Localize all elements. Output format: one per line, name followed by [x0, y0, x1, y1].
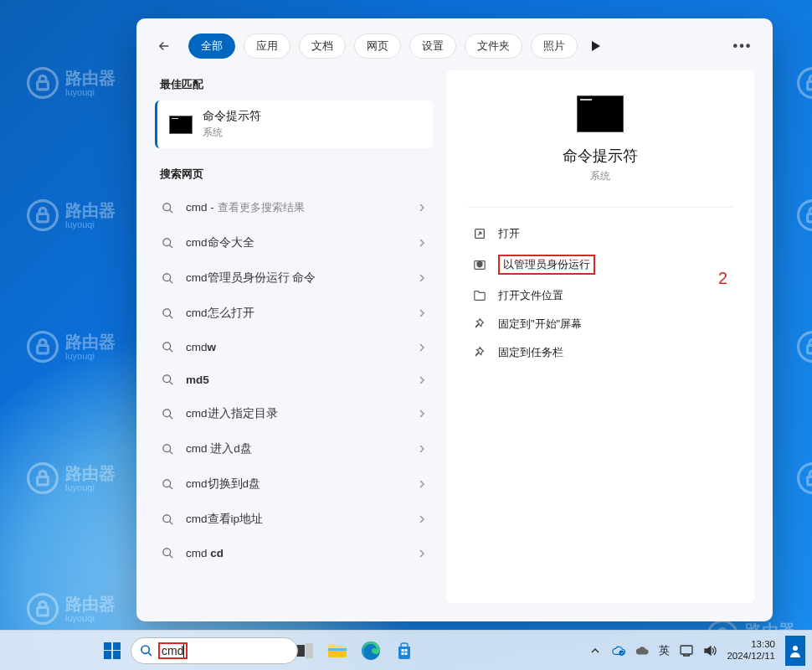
search-icon [140, 644, 153, 657]
svg-point-24 [163, 343, 171, 350]
annotation-2: 2 [718, 269, 727, 288]
section-best-match-label: 最佳匹配 [160, 77, 433, 92]
web-result-item[interactable]: cmd 进入d盘 [155, 431, 433, 466]
web-result-item[interactable]: cmd怎么打开 [155, 296, 433, 331]
taskbar-search-box[interactable]: cmd [131, 637, 298, 664]
notifications-button[interactable] [785, 636, 805, 666]
svg-point-22 [163, 273, 171, 281]
svg-point-33 [141, 646, 149, 653]
tray-overflow-button[interactable] [588, 644, 602, 657]
system-tray: 英 13:30 2024/12/11 [588, 636, 805, 666]
svg-rect-3 [38, 214, 49, 221]
clock[interactable]: 13:30 2024/12/11 [727, 639, 775, 661]
best-match-result[interactable]: 命令提示符 系统 [155, 100, 433, 148]
cloud-icon [635, 645, 649, 657]
more-filters-button[interactable] [586, 36, 606, 56]
search-icon [162, 513, 174, 526]
svg-point-20 [163, 203, 171, 210]
file-explorer-button[interactable] [322, 636, 352, 666]
back-button[interactable] [155, 37, 173, 55]
web-result-text: cmd查看ip地址 [186, 512, 263, 527]
chevron-right-icon [418, 549, 426, 559]
panel-header: 全部 应用 文档 网页 设置 文件夹 照片 ••• [136, 18, 773, 70]
svg-rect-40 [402, 652, 404, 655]
volume-icon[interactable] [703, 644, 717, 657]
svg-point-28 [163, 479, 171, 487]
svg-rect-43 [681, 646, 692, 654]
filter-tabs: 全部 应用 文档 网页 设置 文件夹 照片 [188, 34, 606, 59]
edge-button[interactable] [356, 636, 386, 666]
weather-icon[interactable] [635, 644, 649, 657]
chevron-right-icon [418, 479, 426, 489]
chevron-right-icon [418, 308, 426, 318]
start-button[interactable] [97, 636, 127, 666]
preview-pane: 命令提示符 系统 打开以管理员身份运行打开文件位置固定到"开始"屏幕固定到任务栏 [446, 70, 754, 603]
watermark: 路由器luyouqi [27, 199, 116, 231]
svg-rect-7 [38, 477, 49, 485]
action-label: 固定到"开始"屏幕 [498, 317, 582, 332]
divider [468, 207, 732, 208]
web-result-item[interactable]: cmd进入指定目录 [155, 396, 433, 431]
svg-rect-15 [808, 345, 812, 353]
ime-indicator[interactable]: 英 [659, 643, 670, 658]
search-icon [162, 202, 174, 214]
chevron-right-icon [418, 343, 426, 353]
filter-tab-settings[interactable]: 设置 [409, 34, 456, 59]
filter-tab-web[interactable]: 网页 [354, 34, 401, 59]
web-result-item[interactable]: cmd cd [155, 537, 433, 570]
watermark [797, 199, 812, 231]
shield-icon [473, 258, 486, 271]
search-icon [162, 307, 174, 320]
svg-rect-17 [808, 477, 812, 485]
cloud-sync-icon [612, 645, 625, 657]
action-label: 以管理员身份运行 [498, 255, 595, 275]
network-icon[interactable] [680, 644, 693, 657]
web-result-item[interactable]: cmd查看ip地址 [155, 502, 433, 537]
filter-tab-docs[interactable]: 文档 [299, 34, 346, 59]
watermark [797, 67, 812, 99]
action-folder[interactable]: 打开文件位置 [468, 281, 732, 310]
web-result-text: cmd 进入d盘 [186, 441, 252, 456]
svg-rect-11 [808, 81, 812, 90]
preview-title: 命令提示符 [468, 146, 732, 166]
web-result-text: cmd - 查看更多搜索结果 [186, 200, 305, 215]
search-icon [162, 547, 174, 559]
filter-tab-apps[interactable]: 应用 [244, 34, 290, 59]
search-icon [162, 408, 174, 420]
speaker-icon [703, 645, 717, 657]
store-button[interactable] [389, 636, 419, 666]
action-label: 固定到任务栏 [498, 345, 563, 360]
date: 2024/12/11 [727, 651, 775, 662]
edge-icon [362, 642, 380, 660]
action-open[interactable]: 打开 [468, 219, 732, 248]
onedrive-icon[interactable] [612, 644, 625, 657]
svg-point-42 [619, 650, 624, 655]
chevron-right-icon [418, 273, 426, 283]
chevron-right-icon [418, 203, 426, 213]
svg-point-26 [163, 409, 171, 416]
chevron-right-icon [418, 238, 426, 248]
web-result-item[interactable]: cmd - 查看更多搜索结果 [155, 190, 433, 225]
filter-tab-all[interactable]: 全部 [188, 34, 235, 59]
open-icon [473, 227, 486, 240]
cmd-icon-large [577, 95, 624, 132]
search-icon [162, 443, 174, 456]
filter-tab-photos[interactable]: 照片 [531, 34, 578, 59]
web-result-item[interactable]: cmd切换到d盘 [155, 466, 433, 502]
web-result-item[interactable]: cmdw [155, 331, 433, 363]
watermark: 路由器luyouqi [27, 331, 116, 363]
action-pin[interactable]: 固定到任务栏 [468, 338, 732, 367]
more-button[interactable]: ••• [731, 34, 754, 58]
search-panel: 全部 应用 文档 网页 设置 文件夹 照片 ••• 最佳匹配 命令提示符 系统 [136, 18, 773, 621]
action-shield[interactable]: 以管理员身份运行 [468, 248, 732, 281]
web-result-item[interactable]: cmd管理员身份运行 命令 [155, 260, 433, 296]
svg-point-29 [163, 514, 171, 522]
search-icon [162, 341, 174, 353]
action-pin[interactable]: 固定到"开始"屏幕 [468, 310, 732, 338]
web-result-item[interactable]: md5 [155, 363, 433, 396]
web-result-text: md5 [186, 374, 209, 386]
preview-sub: 系统 [468, 169, 732, 183]
svg-rect-5 [38, 345, 49, 353]
web-result-item[interactable]: cmd命令大全 [155, 225, 433, 260]
filter-tab-folders[interactable]: 文件夹 [465, 34, 522, 59]
